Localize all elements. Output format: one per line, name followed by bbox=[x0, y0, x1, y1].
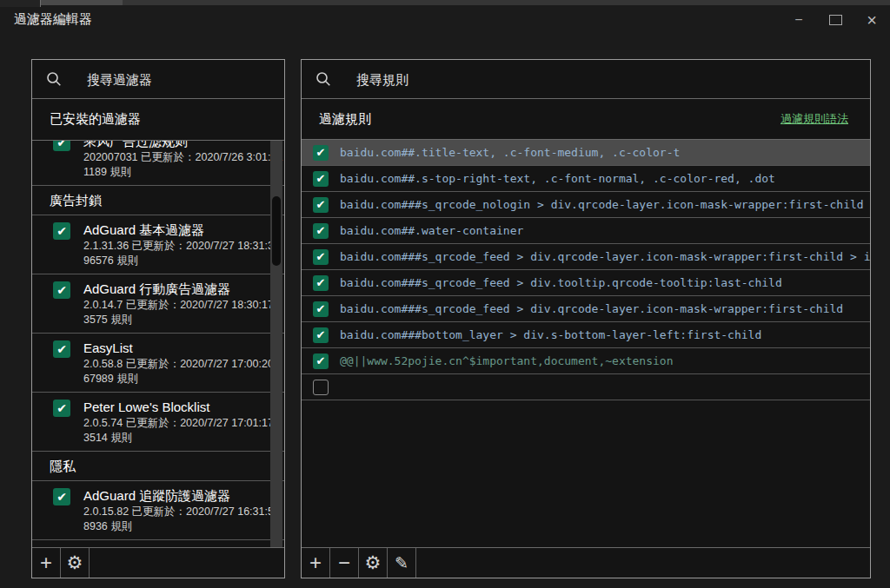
rule-row[interactable]: ✔ baidu.com##.s-top-right-text, .c-font-… bbox=[302, 166, 870, 192]
rules-toolbar: + − ⚙ ✎ bbox=[302, 547, 870, 578]
rule-text: baidu.com###s_qrcode_feed > div.tooltip.… bbox=[340, 276, 870, 289]
rule-row[interactable]: ✔ baidu.com###s_qrcode_feed > div.toolti… bbox=[302, 270, 870, 296]
filter-settings-button[interactable]: ⚙ bbox=[61, 548, 90, 578]
rule-checkbox[interactable]: ✔ bbox=[313, 353, 329, 369]
filter-list-item[interactable]: ✔ AdGuard 基本過濾器 2.1.31.36 已更新於：2020/7/27… bbox=[32, 215, 284, 274]
maximize-icon bbox=[829, 15, 842, 25]
filter-rule-count: 96576 規則 bbox=[83, 254, 263, 268]
filter-search-row bbox=[32, 60, 284, 99]
rule-checkbox[interactable]: ✔ bbox=[313, 249, 329, 265]
rule-checkbox[interactable]: ✔ bbox=[313, 301, 329, 317]
filter-title: AdGuard 行動廣告過濾器 bbox=[83, 281, 263, 298]
filters-panel: 已安裝的過濾器 ✔ 乘风广告过滤规则 202007031 已更新於：2020/7… bbox=[31, 59, 285, 578]
filter-checkbox[interactable]: ✔ bbox=[53, 400, 70, 417]
rule-row[interactable]: ✔ baidu.com###bottom_layer > div.s-botto… bbox=[302, 322, 870, 348]
minus-icon: − bbox=[338, 551, 350, 575]
rule-text: @@||www.52pojie.cn^$important,document,~… bbox=[340, 354, 870, 367]
rule-settings-button[interactable]: ⚙ bbox=[359, 548, 388, 578]
filter-checkbox[interactable]: ✔ bbox=[53, 488, 70, 505]
rule-row[interactable]: ✔ baidu.com###s_qrcode_feed > div.qrcode… bbox=[302, 244, 870, 270]
rule-checkbox[interactable]: ✔ bbox=[313, 275, 329, 291]
close-icon: × bbox=[867, 10, 877, 30]
filter-rule-count: 3514 規則 bbox=[83, 431, 263, 446]
filter-list-item[interactable]: ✔ AdGuard 追蹤防護過濾器 2.0.15.82 已更新於：2020/7/… bbox=[32, 481, 284, 540]
filter-list-item[interactable]: ✔ EasyList 2.0.58.8 已更新於：2020/7/27 17:00… bbox=[32, 334, 284, 393]
rule-checkbox[interactable]: ✔ bbox=[313, 171, 329, 187]
plus-icon: + bbox=[309, 551, 322, 575]
rule-row[interactable] bbox=[302, 374, 870, 400]
filter-update-info: 2.0.58.8 已更新於：2020/7/27 17:00:20 bbox=[83, 357, 263, 372]
gear-icon: ⚙ bbox=[67, 552, 83, 573]
rule-text: baidu.com##.s-top-right-text, .c-font-no… bbox=[340, 172, 870, 185]
rule-syntax-link[interactable]: 過濾規則語法 bbox=[780, 111, 848, 127]
rule-checkbox[interactable]: ✔ bbox=[313, 223, 329, 239]
rule-text: baidu.com###s_qrcode_nologin > div.qrcod… bbox=[340, 198, 870, 211]
rules-panel: 過濾規則 過濾規則語法 ✔ baidu.com##.title-text, .c… bbox=[301, 59, 871, 578]
filter-checkbox[interactable]: ✔ bbox=[53, 340, 70, 358]
filter-rules-header: 過濾規則 過濾規則語法 bbox=[302, 99, 870, 140]
filter-update-info: 2.0.14.7 已更新於：2020/7/27 18:30:17 bbox=[83, 298, 263, 313]
filter-list-item[interactable]: ✔ Peter Lowe's Blocklist 2.0.5.74 已更新於：2… bbox=[32, 393, 284, 452]
rule-text: baidu.com##.water-container bbox=[340, 224, 870, 237]
filter-list-item[interactable]: ✔ 乘风广告过滤规则 202007031 已更新於：2020/7/26 3:01… bbox=[32, 141, 284, 186]
add-filter-button[interactable]: + bbox=[32, 548, 61, 578]
filter-rule-count: 67989 規則 bbox=[83, 372, 263, 386]
rule-checkbox[interactable]: ✔ bbox=[313, 145, 329, 161]
maximize-button[interactable] bbox=[817, 7, 853, 33]
rule-search-row bbox=[302, 60, 870, 99]
rule-row[interactable]: ✔ baidu.com###s_qrcode_feed > div.qrcode… bbox=[302, 296, 870, 322]
rule-row[interactable]: ✔ @@||www.52pojie.cn^$important,document… bbox=[302, 348, 870, 374]
filter-rule-count: 1189 規則 bbox=[83, 165, 263, 180]
rule-checkbox[interactable] bbox=[313, 380, 329, 395]
titlebar: 過濾器編輯器 − × bbox=[0, 5, 890, 38]
plus-icon: + bbox=[40, 551, 52, 575]
filter-rules-title: 過濾規則 bbox=[319, 111, 371, 128]
rule-text: baidu.com###bottom_layer > div.s-bottom-… bbox=[340, 328, 870, 341]
scrollbar-thumb[interactable] bbox=[272, 196, 281, 266]
rule-list: ✔ baidu.com##.title-text, .c-font-medium… bbox=[302, 140, 870, 547]
search-icon bbox=[46, 71, 62, 87]
filters-toolbar: + ⚙ bbox=[32, 547, 284, 578]
filter-title: EasyList bbox=[83, 340, 263, 357]
edit-rule-button[interactable]: ✎ bbox=[388, 548, 416, 578]
pencil-icon: ✎ bbox=[395, 553, 408, 573]
filter-update-info: 202007031 已更新於：2020/7/26 3:01:21 bbox=[83, 150, 263, 165]
search-icon bbox=[315, 71, 331, 87]
rule-row[interactable]: ✔ baidu.com###s_qrcode_nologin > div.qrc… bbox=[302, 192, 870, 218]
filter-title: AdGuard 追蹤防護過濾器 bbox=[83, 487, 263, 505]
rule-row[interactable]: ✔ baidu.com##.water-container bbox=[302, 218, 870, 244]
filter-title: AdGuard 基本過濾器 bbox=[83, 221, 263, 239]
rule-search-input[interactable] bbox=[355, 71, 861, 88]
window-title: 過濾器編輯器 bbox=[14, 11, 92, 28]
filter-checkbox[interactable]: ✔ bbox=[53, 281, 70, 299]
filter-title: 乘风广告过滤规则 bbox=[83, 141, 263, 150]
filter-category-header: 廣告封鎖 bbox=[32, 186, 284, 215]
window-controls: − × bbox=[780, 7, 890, 33]
rule-text: baidu.com###s_qrcode_feed > div.qrcode-l… bbox=[340, 250, 870, 263]
filter-list-item[interactable]: ✔ EasyPrivacy bbox=[32, 540, 284, 547]
rule-checkbox[interactable]: ✔ bbox=[313, 327, 329, 343]
minimize-button[interactable]: − bbox=[780, 7, 817, 33]
filter-update-info: 2.0.5.74 已更新於：2020/7/27 17:01:17 bbox=[83, 416, 263, 431]
filter-update-info: 2.1.31.36 已更新於：2020/7/27 18:31:37 bbox=[83, 239, 263, 254]
add-rule-button[interactable]: + bbox=[302, 548, 330, 578]
close-button[interactable]: × bbox=[853, 7, 890, 33]
filter-category-header: 隱私 bbox=[32, 452, 284, 481]
gear-icon: ⚙ bbox=[365, 552, 382, 573]
rule-text: baidu.com###s_qrcode_feed > div.qrcode-l… bbox=[340, 302, 870, 315]
filter-rule-count: 3575 規則 bbox=[83, 313, 263, 327]
remove-rule-button[interactable]: − bbox=[330, 548, 359, 578]
scrollbar-track[interactable] bbox=[270, 141, 282, 547]
filter-checkbox[interactable]: ✔ bbox=[53, 141, 70, 151]
rule-text: baidu.com##.title-text, .c-font-medium, … bbox=[340, 146, 870, 159]
rule-checkbox[interactable]: ✔ bbox=[313, 197, 329, 213]
filter-search-input[interactable] bbox=[85, 71, 276, 88]
filter-checkbox[interactable]: ✔ bbox=[53, 222, 70, 240]
installed-filters-header: 已安裝的過濾器 bbox=[32, 99, 284, 141]
filter-editor-window: 過濾器編輯器 − × 已安裝的過濾器 ✔ 乘风广告过滤规则 202007031 … bbox=[0, 0, 890, 588]
rule-row[interactable]: ✔ baidu.com##.title-text, .c-font-medium… bbox=[302, 140, 870, 166]
installed-filter-list: ✔ 乘风广告过滤规则 202007031 已更新於：2020/7/26 3:01… bbox=[32, 141, 284, 547]
filter-title: EasyPrivacy bbox=[83, 546, 156, 547]
filter-list-item[interactable]: ✔ AdGuard 行動廣告過濾器 2.0.14.7 已更新於：2020/7/2… bbox=[32, 274, 284, 334]
filter-update-info: 2.0.15.82 已更新於：2020/7/27 16:31:52 bbox=[83, 505, 263, 519]
